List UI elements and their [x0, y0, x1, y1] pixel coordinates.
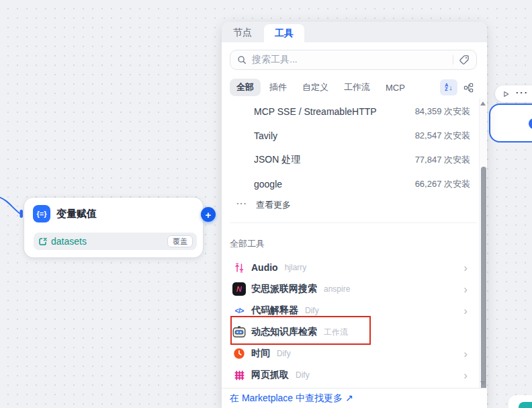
node-title: 变量赋值 — [56, 208, 97, 220]
chevron-right-icon: › — [463, 305, 468, 317]
variable-icon — [38, 237, 48, 247]
tab-tools[interactable]: 工具 — [264, 24, 304, 42]
canvas-node-partial[interactable] — [508, 395, 532, 408]
filter-custom[interactable]: 自定义 — [296, 79, 335, 96]
tool-author: Dify — [277, 349, 291, 358]
search-icon — [237, 55, 247, 65]
clock-icon — [232, 347, 246, 360]
tree-view-icon[interactable] — [459, 79, 477, 95]
scroll-down-arrow-icon[interactable] — [480, 381, 486, 385]
web-grid-icon — [232, 368, 246, 382]
tool-author: hjlarry — [285, 263, 307, 272]
list-item[interactable]: google 66,267 次安装 — [222, 172, 487, 196]
install-count: 66,267 次安装 — [415, 178, 470, 190]
chevron-right-icon: › — [463, 284, 468, 295]
list-item[interactable]: Tavily 82,547 次安装 — [222, 124, 487, 148]
assigned-variable-row[interactable]: datasets 覆盖 — [34, 233, 197, 250]
list-item[interactable]: JSON 处理 77,847 次安装 — [222, 148, 487, 172]
play-icon[interactable] — [502, 90, 510, 98]
filter-mcp[interactable]: MCP — [379, 80, 412, 95]
install-count: 82,547 次安装 — [415, 130, 470, 142]
selected-node[interactable] — [489, 104, 532, 142]
tool-row-audio[interactable]: Audio hjlarry › — [222, 257, 487, 278]
tool-name: 代码解释器 — [251, 304, 298, 317]
chevron-right-icon: › — [463, 348, 468, 360]
tool-name: 安思派联网搜索 — [251, 283, 317, 295]
ellipsis-icon: ··· — [236, 199, 247, 208]
divider — [453, 55, 453, 65]
tool-name: JSON 处理 — [254, 154, 300, 166]
list-item[interactable]: MCP SSE / StreamableHTTP 84,359 次安装 — [222, 99, 487, 124]
sort-az-icon[interactable]: AZ ↓ — [440, 79, 457, 95]
tool-name: 网页抓取 — [251, 369, 289, 381]
filter-workflow[interactable]: 工作流 — [337, 79, 377, 96]
overwrite-badge: 覆盖 — [167, 235, 193, 247]
tool-row-code-interpreter[interactable]: </> 代码解释器 Dify › — [222, 300, 487, 321]
tool-row-anspire-search[interactable]: N 安思派联网搜索 anspire › — [222, 278, 487, 300]
variable-assign-icon: {=} — [33, 205, 50, 222]
install-count: 77,847 次安装 — [415, 154, 470, 166]
tool-row-dynamic-knowledge-retrieval[interactable]: 动态知识库检索 工作流 — [222, 321, 487, 343]
robot-icon — [232, 325, 246, 339]
anspire-icon: N — [232, 282, 246, 296]
divider — [230, 222, 477, 223]
tool-row-web-scraper[interactable]: 网页抓取 Dify › — [222, 364, 487, 386]
tool-name: 时间 — [251, 348, 270, 360]
chevron-right-icon: › — [463, 262, 468, 274]
scrollbar[interactable] — [479, 98, 486, 389]
variable-assign-node[interactable]: {=} 变量赋值 + datasets 覆盖 — [24, 198, 203, 257]
search-placeholder: 搜索工具... — [252, 54, 447, 66]
scrollbar-thumb[interactable] — [481, 167, 486, 393]
chevron-right-icon: › — [463, 370, 468, 381]
more-actions-icon[interactable]: ··· — [516, 88, 529, 97]
tool-type-workflow: 工作流 — [324, 327, 348, 338]
tool-author: Dify — [305, 306, 319, 315]
search-input[interactable]: 搜索工具... — [230, 50, 477, 70]
install-count: 84,359 次安装 — [415, 106, 470, 118]
filter-all[interactable]: 全部 — [230, 79, 261, 96]
tag-filter-icon[interactable] — [459, 54, 470, 65]
add-next-node-button[interactable]: + — [201, 207, 216, 222]
marketplace-link[interactable]: 在 Marketplace 中查找更多 ↗ — [230, 393, 353, 405]
tools-list: MCP SSE / StreamableHTTP 84,359 次安装 Tavi… — [222, 99, 487, 386]
tool-name: google — [254, 179, 282, 190]
tool-author: anspire — [324, 284, 350, 294]
tool-row-time[interactable]: 时间 Dify › — [222, 343, 487, 364]
view-more-button[interactable]: ··· 查看更多 — [222, 196, 487, 214]
tools-panel: 节点 工具 搜索工具... 全部 插件 自定义 工作流 MCP AZ ↓ — [222, 22, 487, 408]
variable-name: datasets — [51, 236, 87, 247]
filter-plugins[interactable]: 插件 — [263, 79, 294, 96]
filter-row: 全部 插件 自定义 工作流 MCP AZ ↓ — [230, 78, 477, 97]
marketplace-footer: 在 Marketplace 中查找更多 ↗ — [222, 388, 487, 408]
audio-icon — [232, 261, 246, 274]
panel-tabs: 节点 工具 — [222, 22, 487, 42]
knowledge-node-icon — [519, 402, 532, 408]
section-title: 全部工具 — [230, 238, 487, 250]
code-icon: </> — [232, 304, 246, 317]
tool-name: 动态知识库检索 — [251, 326, 317, 338]
node-run-toolbar[interactable]: ··· — [495, 85, 532, 102]
external-arrow-icon: ↗ — [345, 393, 353, 403]
scroll-up-arrow-icon[interactable] — [480, 101, 486, 106]
tab-nodes[interactable]: 节点 — [230, 23, 255, 42]
tool-name: Tavily — [254, 130, 277, 141]
tool-name: MCP SSE / StreamableHTTP — [254, 106, 377, 117]
tool-author: Dify — [296, 370, 310, 380]
tool-name: Audio — [251, 262, 278, 273]
